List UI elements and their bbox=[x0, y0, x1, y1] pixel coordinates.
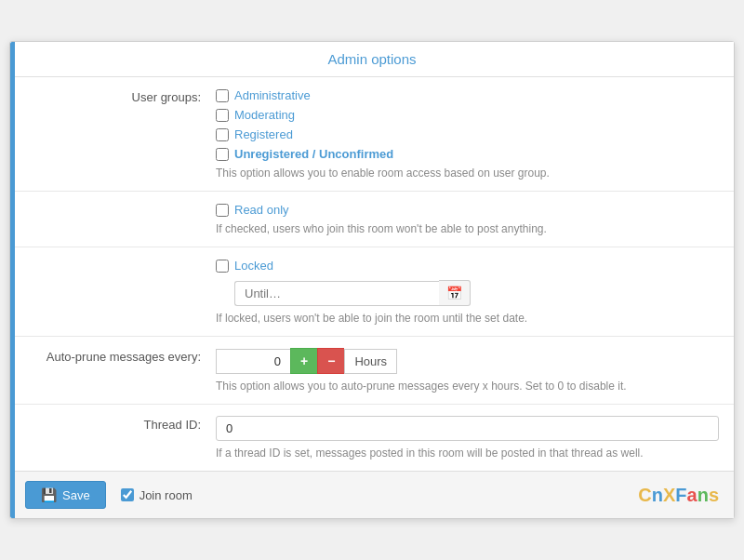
moderating-checkbox-item[interactable]: Moderating bbox=[216, 108, 719, 122]
auto-prune-content: + − Hours This option allows you to auto… bbox=[216, 348, 719, 393]
auto-prune-label: Auto-prune messages every: bbox=[30, 348, 216, 364]
registered-checkbox-item[interactable]: Registered bbox=[216, 127, 719, 141]
save-label: Save bbox=[62, 488, 90, 502]
read-only-checkbox[interactable] bbox=[216, 204, 229, 217]
administrative-label: Administrative bbox=[234, 88, 311, 102]
locked-checkbox[interactable] bbox=[216, 260, 229, 273]
moderating-checkbox[interactable] bbox=[216, 109, 229, 122]
administrative-checkbox-item[interactable]: Administrative bbox=[216, 88, 719, 102]
dialog-title: Admin options bbox=[10, 42, 734, 77]
user-groups-checkboxes: Administrative Moderating Registered Unr… bbox=[216, 88, 719, 161]
calendar-button[interactable]: 📅 bbox=[439, 280, 471, 306]
locked-content: Locked 📅 If locked, users won't be able … bbox=[216, 259, 719, 325]
unregistered-checkbox[interactable] bbox=[216, 148, 229, 161]
calendar-icon: 📅 bbox=[446, 286, 462, 300]
locked-help: If locked, users won't be able to join t… bbox=[216, 312, 719, 325]
locked-label: Locked bbox=[234, 259, 273, 273]
decrement-button[interactable]: − bbox=[317, 348, 344, 374]
thread-id-input[interactable] bbox=[216, 416, 719, 441]
thread-id-content: If a thread ID is set, messages posted i… bbox=[216, 416, 719, 460]
auto-prune-input[interactable] bbox=[216, 349, 290, 374]
auto-prune-wrapper: + − Hours bbox=[216, 348, 719, 374]
thread-id-label: Thread ID: bbox=[30, 416, 216, 432]
user-groups-label: User groups: bbox=[30, 88, 216, 104]
until-wrapper: 📅 bbox=[234, 280, 719, 306]
read-only-label-spacer bbox=[30, 203, 216, 205]
user-groups-content: Administrative Moderating Registered Unr… bbox=[216, 88, 719, 180]
dialog-footer: 💾 Save Join room CnXFans bbox=[10, 471, 734, 518]
brand-logo: CnXFans bbox=[638, 485, 719, 506]
join-room-checkbox[interactable] bbox=[121, 488, 134, 501]
read-only-help: If checked, users who join this room won… bbox=[216, 222, 719, 235]
user-groups-help: This option allows you to enable room ac… bbox=[216, 167, 719, 180]
read-only-label: Read only bbox=[234, 203, 289, 217]
until-input[interactable] bbox=[234, 281, 439, 306]
unregistered-label: Unregistered / Unconfirmed bbox=[234, 147, 393, 161]
registered-label: Registered bbox=[234, 127, 293, 141]
join-room-label: Join room bbox=[140, 488, 193, 502]
save-icon: 💾 bbox=[41, 487, 57, 502]
increment-button[interactable]: + bbox=[290, 348, 317, 374]
join-room-wrapper[interactable]: Join room bbox=[121, 488, 193, 502]
locked-checkbox-item[interactable]: Locked bbox=[216, 259, 719, 273]
hours-label: Hours bbox=[344, 349, 397, 374]
read-only-content: Read only If checked, users who join thi… bbox=[216, 203, 719, 235]
registered-checkbox[interactable] bbox=[216, 128, 229, 141]
unregistered-checkbox-item[interactable]: Unregistered / Unconfirmed bbox=[216, 147, 719, 161]
read-only-checkbox-item[interactable]: Read only bbox=[216, 203, 719, 217]
administrative-checkbox[interactable] bbox=[216, 89, 229, 102]
moderating-label: Moderating bbox=[234, 108, 295, 122]
thread-id-help: If a thread ID is set, messages posted i… bbox=[216, 447, 719, 460]
save-button[interactable]: 💾 Save bbox=[25, 481, 106, 509]
locked-label-spacer bbox=[30, 259, 216, 260]
auto-prune-help: This option allows you to auto-prune mes… bbox=[216, 380, 719, 393]
